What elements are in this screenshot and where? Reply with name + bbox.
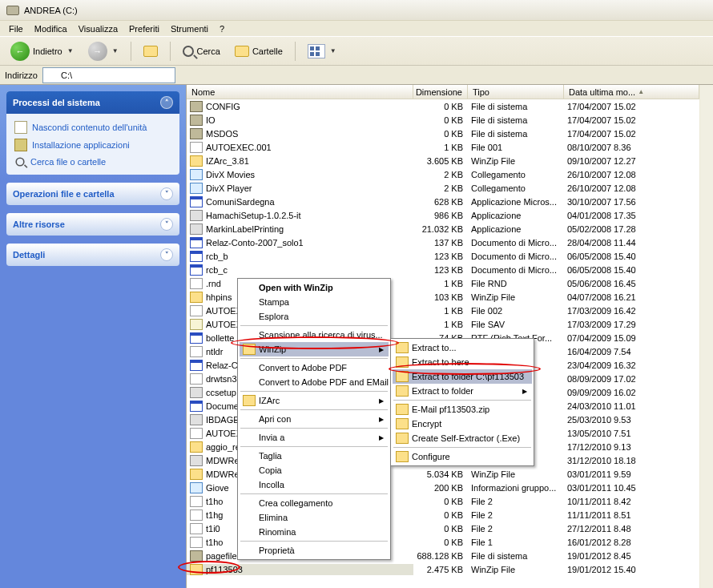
chevron-down-icon: ˅ <box>160 218 173 231</box>
file-date: 19/01/2012 15.40 <box>564 565 699 574</box>
ctx-explore[interactable]: Esplora <box>240 309 389 324</box>
ctx-send-to[interactable]: Invia a <box>240 430 389 445</box>
file-name: drwtsn3 <box>206 374 237 384</box>
sub-extract-folder[interactable]: Extract to folder <box>393 384 532 398</box>
file-icon <box>190 101 203 112</box>
file-row[interactable]: MSDOS0 KBFile di sistema17/04/2007 15.02 <box>187 127 699 140</box>
context-menu: Open with WinZip Stampa Esplora Scansion… <box>237 278 391 560</box>
ctx-cut[interactable]: Taglia <box>240 449 389 463</box>
file-icon <box>190 509 203 521</box>
file-size: 103 KB <box>413 292 468 302</box>
ctx-properties[interactable]: Proprietà <box>240 543 389 558</box>
col-name[interactable]: Nome <box>187 85 413 99</box>
panel-operazioni-head[interactable]: Operazioni file e cartella˅ <box>6 183 179 205</box>
ctx-print[interactable]: Stampa <box>240 295 389 309</box>
file-date: 09/10/2007 12.27 <box>564 156 699 166</box>
file-date: 06/05/2008 15.40 <box>564 252 699 261</box>
folders-button[interactable]: Cartelle <box>229 42 288 60</box>
file-icon <box>190 264 203 276</box>
file-row[interactable]: rcb_c123 KBDocumento di Micro...06/05/20… <box>187 263 699 276</box>
file-name: aggio_re <box>206 442 240 452</box>
up-button[interactable] <box>138 42 163 60</box>
titlebar: ANDREA (C:) <box>0 0 713 21</box>
view-button[interactable]: ▼ <box>302 41 342 62</box>
file-size: 0 KB <box>413 497 468 506</box>
sidebar-install-apps[interactable]: Installazione applicazioni <box>14 136 171 154</box>
file-icon <box>190 550 203 562</box>
file-row[interactable]: HamachiSetup-1.0.2.5-it986 KBApplicazion… <box>187 208 699 222</box>
sub-self-extractor[interactable]: Create Self-Extractor (.Exe) <box>393 431 532 445</box>
menu-help[interactable]: ? <box>214 24 230 34</box>
file-row[interactable]: IZArc_3.813.605 KBWinZip File09/10/2007 … <box>187 154 699 167</box>
fwd-dd-icon: ▼ <box>112 47 119 54</box>
file-name: ccsetup <box>206 388 236 397</box>
file-type: WinZip File <box>468 469 564 479</box>
file-row[interactable]: AUTOEXEC.0011 KBFile 00108/10/2007 8.36 <box>187 140 699 154</box>
menu-tools[interactable]: Strumenti <box>165 24 214 34</box>
col-date[interactable]: Data ultima mo...▲ <box>564 85 699 99</box>
ctx-winzip[interactable]: WinZip <box>240 342 389 356</box>
col-type[interactable]: Tipo <box>468 85 564 99</box>
panel-dettagli-head[interactable]: Dettagli˅ <box>6 244 179 266</box>
col-dim[interactable]: Dimensione <box>413 85 468 99</box>
ctx-copy[interactable]: Copia <box>240 463 389 477</box>
sub-encrypt[interactable]: Encrypt <box>393 417 532 431</box>
panel-processi-head[interactable]: Processi del sistema ˄ <box>6 91 179 114</box>
sub-extract-here[interactable]: Extract to here <box>393 355 532 369</box>
file-type: WinZip File <box>468 292 564 302</box>
file-name: Giove <box>206 483 229 493</box>
file-icon <box>190 142 203 153</box>
back-button[interactable]: Indietro ▼ <box>5 38 79 64</box>
menu-edit[interactable]: Modifica <box>29 24 73 34</box>
sub-extract-folder-path[interactable]: Extract to folder C:\pf113503 <box>393 369 532 384</box>
ctx-open-with[interactable]: Apri con <box>240 412 389 426</box>
ctx-open-winzip[interactable]: Open with WinZip <box>240 280 389 295</box>
ctx-convert-pdf-email[interactable]: Convert to Adobe PDF and EMail <box>240 375 389 389</box>
ctx-create-link[interactable]: Crea collegamento <box>240 496 389 510</box>
file-date: 16/01/2012 8.28 <box>564 538 699 547</box>
file-size: 200 KB <box>413 483 468 493</box>
menu-file[interactable]: File <box>3 24 29 34</box>
folders-label: Cartelle <box>252 46 283 56</box>
search-button[interactable]: Cerca <box>177 42 226 60</box>
separator <box>295 42 296 61</box>
ctx-scan-virus[interactable]: Scansione alla ricerca di virus... <box>240 328 389 342</box>
file-type: File di sistema <box>468 115 564 125</box>
scrollbar[interactable] <box>699 85 713 588</box>
file-icon <box>190 210 203 221</box>
sub-email[interactable]: E-Mail pf113503.zip <box>393 402 532 417</box>
file-row[interactable]: ComuniSardegna628 KBApplicazione Micros.… <box>187 195 699 208</box>
file-row[interactable]: CONFIG0 KBFile di sistema17/04/2007 15.0… <box>187 99 699 113</box>
file-type: Applicazione <box>468 224 564 234</box>
file-size: 0 KB <box>413 129 468 139</box>
file-row[interactable]: Relaz-Conto-2007_solo1137 KBDocumento di… <box>187 236 699 249</box>
ctx-izarc[interactable]: IZArc <box>240 393 389 408</box>
file-row[interactable]: DivX Movies2 KBCollegamento26/10/2007 12… <box>187 167 699 181</box>
file-type: WinZip File <box>468 156 564 166</box>
ctx-convert-pdf[interactable]: Convert to Adobe PDF <box>240 360 389 375</box>
file-size: 2.475 KB <box>413 565 468 574</box>
menu-view[interactable]: Visualizza <box>73 24 123 34</box>
file-row[interactable]: DivX Player2 KBCollegamento26/10/2007 12… <box>187 181 699 195</box>
menu-fav[interactable]: Preferiti <box>123 24 165 34</box>
ctx-paste[interactable]: Incolla <box>240 477 389 492</box>
file-date: 05/06/2008 16.45 <box>564 279 699 288</box>
sidebar-search-files[interactable]: Cerca file o cartelle <box>14 154 171 170</box>
file-type: WinZip File <box>468 565 564 574</box>
file-row[interactable]: pf1135032.475 KBWinZip File19/01/2012 15… <box>187 562 699 576</box>
chevron-up-icon: ˄ <box>160 96 173 109</box>
forward-button[interactable]: ▼ <box>83 38 124 64</box>
sub-extract-to[interactable]: Extract to... <box>393 340 532 355</box>
file-row[interactable]: MarkinLabelPrinting21.032 KBApplicazione… <box>187 222 699 236</box>
file-name: ntldr <box>206 347 223 356</box>
file-date: 05/02/2008 17.28 <box>564 224 699 234</box>
sidebar-hide-drive[interactable]: Nascondi contenuto dell'unità <box>14 119 171 136</box>
ctx-delete[interactable]: Elimina <box>240 510 389 525</box>
panel-altre-head[interactable]: Altre risorse˅ <box>6 213 179 236</box>
col-label: Nome <box>191 87 215 97</box>
address-input[interactable] <box>42 67 175 83</box>
sub-configure[interactable]: Configure <box>393 449 532 464</box>
file-row[interactable]: IO0 KBFile di sistema17/04/2007 15.02 <box>187 113 699 127</box>
file-row[interactable]: rcb_b123 KBDocumento di Micro...06/05/20… <box>187 249 699 263</box>
ctx-rename[interactable]: Rinomina <box>240 525 389 539</box>
